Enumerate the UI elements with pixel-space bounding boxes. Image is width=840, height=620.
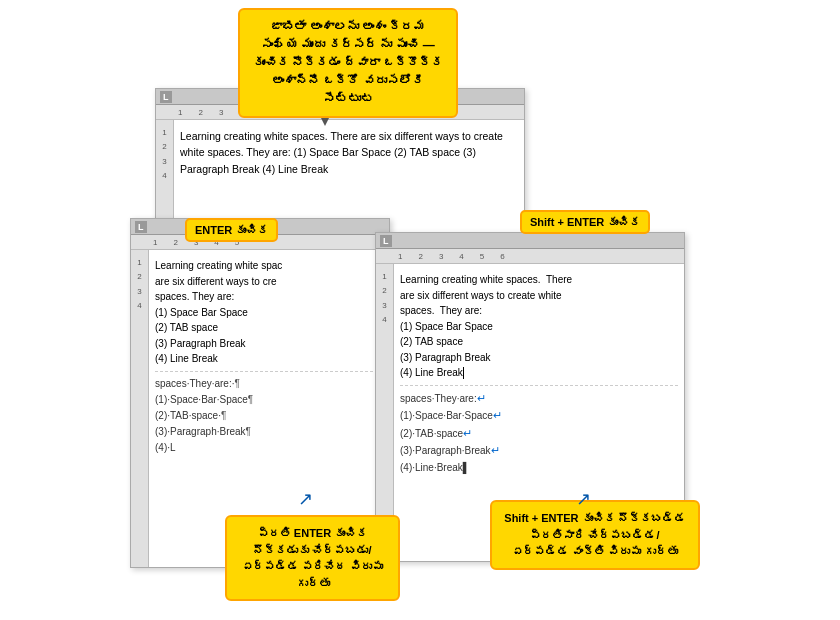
- text-cursor: [463, 367, 464, 379]
- doc-letter-icon: L: [160, 91, 172, 103]
- ruler-br-h-marks: 1 2 3 4 5 6: [398, 252, 505, 261]
- doc-br-header: L: [376, 233, 684, 249]
- doc-br-item2: (2) TAB space: [400, 334, 678, 350]
- tooltip-bl-text: ప్రతి ENTER కుంచిక నొక్కడుకు చేర్పబడు/ఏర…: [242, 527, 382, 589]
- label-shift-enter-text: Shift + ENTER కుంచిక: [530, 216, 640, 228]
- cursor-arrow-right: ↗: [576, 488, 591, 510]
- cursor-arrow-left: ↗: [298, 488, 313, 510]
- doc-bl-intro: Learning creating white spacare six diff…: [155, 258, 383, 305]
- tooltip-top: జాబితా అంశాలను అంశం క్రమ సంఖ్య ముందు కర్…: [238, 8, 458, 118]
- tooltip-bottom-left: ప్రతి ENTER కుంచిక నొక్కడుకు చేర్పబడు/ఏర…: [225, 515, 400, 601]
- doc-br-item4: (4) Line Break: [400, 365, 678, 381]
- doc-br-intro: Learning creating white spaces. Thereare…: [400, 272, 678, 319]
- label-shift-enter: Shift + ENTER కుంచిక: [520, 210, 650, 234]
- doc-br-marks: spaces·They·are:↵ (1)·Space·Bar·Space↵ (…: [400, 385, 678, 476]
- label-enter-text: ENTER కుంచిక: [195, 224, 268, 236]
- doc-bl-item4: (4) Line Break: [155, 351, 383, 367]
- doc-br-letter: L: [380, 235, 392, 247]
- doc-bl-item2: (2) TAB space: [155, 320, 383, 336]
- doc-bl-side-ruler: 1 2 3 4: [131, 250, 149, 567]
- tooltip-br-text: Shift + ENTER కుంచిక నొక్కబడ్డ ప్రతిసారి…: [504, 512, 685, 557]
- doc-bl-marks: spaces·They·are:·¶ (1)·Space·Bar·Space¶ …: [155, 371, 383, 456]
- side-marks: 1 2 3 4: [156, 126, 173, 184]
- doc-br-ruler-h: 1 2 3 4 5 6: [376, 249, 684, 264]
- doc-bl-item1: (1) Space Bar Space: [155, 305, 383, 321]
- label-enter: ENTER కుంచిక: [185, 218, 278, 242]
- tooltip-bottom-right: Shift + ENTER కుంచిక నొక్కబడ్డ ప్రతిసారి…: [490, 500, 700, 570]
- doc-br-item1: (1) Space Bar Space: [400, 319, 678, 335]
- doc-top-content: Learning creating white spaces. There ar…: [180, 130, 503, 175]
- doc-bl-letter: L: [135, 221, 147, 233]
- tooltip-top-text: జాబితా అంశాలను అంశం క్రమ సంఖ్య ముందు కర్…: [253, 20, 443, 106]
- main-container: జాబితా అంశాలను అంశం క్రమ సంఖ్య ముందు కర్…: [0, 0, 840, 620]
- doc-bl-item3: (3) Paragraph Break: [155, 336, 383, 352]
- doc-br-item3: (3) Paragraph Break: [400, 350, 678, 366]
